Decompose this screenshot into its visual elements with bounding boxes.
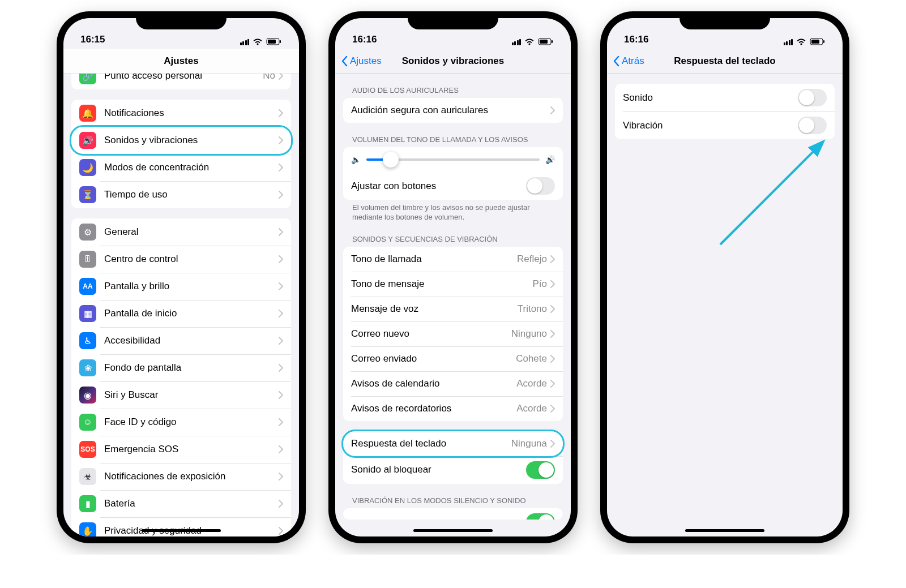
adjust-buttons-toggle[interactable] <box>526 177 555 195</box>
cell-label: Face ID y código <box>104 417 279 428</box>
sound-row[interactable]: Avisos de recordatorios Acorde <box>343 396 563 421</box>
settings-row[interactable]: ❀ Fondo de pantalla <box>71 354 291 381</box>
cell-label: Ajustar con botones <box>351 181 526 192</box>
home-indicator[interactable] <box>413 529 493 532</box>
sound-row[interactable]: Tono de mensaje Pío <box>343 272 563 297</box>
cell-label: Modos de concentración <box>104 162 279 173</box>
chevron-right-icon <box>279 418 283 426</box>
cell-label: Correo enviado <box>351 353 516 364</box>
volume-footer: El volumen del timbre y los avisos no se… <box>343 200 563 222</box>
section-header-volume: VOLUMEN DEL TONO DE LLAMADA Y LOS AVISOS <box>343 123 563 147</box>
partial-toggle[interactable] <box>526 513 555 520</box>
settings-row[interactable]: 🌙 Modos de concentración <box>71 154 291 181</box>
aa-icon: AA <box>79 278 96 295</box>
chevron-right-icon <box>279 527 283 535</box>
speaker-low-icon: 🔈 <box>351 155 361 164</box>
settings-row[interactable]: 🔊 Sonidos y vibraciones <box>71 127 291 154</box>
settings-row[interactable]: ◉ Siri y Buscar <box>71 381 291 409</box>
phone-settings-root: 16:15 Ajustes 🔗 Punto acceso personal No… <box>57 11 306 543</box>
phone-keyboard-response: 16:16 Atrás Respuesta del teclado Sonido… <box>600 11 849 543</box>
status-time: 16:16 <box>624 34 648 45</box>
toggle-row[interactable]: Sonido <box>615 84 835 111</box>
partial-row[interactable] <box>343 508 563 520</box>
back-label: Atrás <box>622 55 644 67</box>
home-indicator[interactable] <box>142 529 221 532</box>
cell-label: Sonido <box>623 92 798 104</box>
cell-label: Mensaje de voz <box>351 303 518 315</box>
chevron-right-icon <box>550 380 555 388</box>
home-indicator[interactable] <box>685 529 764 532</box>
bell-icon: 🔔 <box>79 105 96 122</box>
section-header-vibration: VIBRACIÓN EN LOS MODOS SILENCIO Y SONIDO <box>343 484 563 508</box>
cell-label: Respuesta del teclado <box>351 438 511 449</box>
settings-row[interactable]: ✋ Privacidad y seguridad <box>71 517 291 537</box>
cell-label: Pantalla de inicio <box>104 308 279 319</box>
sos-icon: SOS <box>79 441 96 458</box>
settings-row[interactable]: ▦ Pantalla de inicio <box>71 300 291 327</box>
sound-row[interactable]: Mensaje de voz Tritono <box>343 297 563 321</box>
notch <box>680 11 770 29</box>
keyboard-response-row[interactable]: Respuesta del teclado Ninguna <box>343 431 563 456</box>
cell-label: Avisos de calendario <box>351 378 516 389</box>
cell-label: Notificaciones <box>104 108 279 119</box>
link-icon: 🔗 <box>79 74 96 84</box>
cell-label: Punto acceso personal <box>104 74 263 81</box>
toggle[interactable] <box>798 89 827 106</box>
settings-row[interactable]: ☺ Face ID y código <box>71 409 291 436</box>
chevron-right-icon <box>279 255 283 263</box>
chevron-right-icon <box>279 473 283 480</box>
navbar: Atrás Respuesta del teclado <box>607 49 843 74</box>
chevron-right-icon <box>279 164 283 171</box>
settings-row[interactable]: ⏳ Tiempo de uso <box>71 181 291 208</box>
settings-row[interactable]: 🔔 Notificaciones <box>71 100 291 127</box>
settings-row[interactable]: ☣ Notificaciones de exposición <box>71 463 291 490</box>
wifi-icon <box>253 38 263 45</box>
svg-rect-4 <box>540 40 548 44</box>
chevron-right-icon <box>279 445 283 453</box>
chevron-right-icon <box>279 191 283 199</box>
sound-row[interactable]: Avisos de calendario Acorde <box>343 371 563 396</box>
settings-row[interactable]: 🔗 Punto acceso personal No <box>71 74 291 89</box>
settings-row[interactable]: ⚙︎ General <box>71 218 291 246</box>
chevron-right-icon <box>550 440 555 448</box>
grid-icon: ▦ <box>79 305 96 322</box>
settings-row[interactable]: 🎚 Centro de control <box>71 246 291 273</box>
wifi-icon <box>796 38 806 45</box>
cell-value: No <box>263 74 275 81</box>
back-label: Ajustes <box>350 55 382 67</box>
navbar: Ajustes Sonidos y vibraciones <box>335 49 571 74</box>
faceid-icon: ☺ <box>79 414 96 431</box>
cell-label: Sonidos y vibraciones <box>104 135 279 146</box>
adjust-buttons-row[interactable]: Ajustar con botones <box>343 172 563 200</box>
toggle-row[interactable]: Vibración <box>615 111 835 139</box>
back-button[interactable]: Ajustes <box>341 55 382 67</box>
sound-row[interactable]: Tono de llamada Reflejo <box>343 247 563 272</box>
chevron-right-icon <box>550 280 555 288</box>
cell-label: Batería <box>104 498 279 509</box>
headphone-safety-row[interactable]: Audición segura con auriculares <box>343 98 563 123</box>
toggle[interactable] <box>798 117 827 134</box>
battery-icon <box>538 38 554 45</box>
settings-row[interactable]: ▮ Batería <box>71 490 291 517</box>
cell-value: Pío <box>532 278 547 290</box>
settings-row[interactable]: ♿︎ Accesibilidad <box>71 327 291 354</box>
cell-label: Audición segura con auriculares <box>351 105 550 116</box>
lock-sound-row[interactable]: Sonido al bloquear <box>343 456 563 484</box>
cell-label: Centro de control <box>104 254 279 265</box>
page-title: Sonidos y vibraciones <box>402 55 504 67</box>
svg-rect-8 <box>823 40 824 43</box>
chevron-right-icon <box>550 405 555 413</box>
lock-sound-toggle[interactable] <box>526 461 555 479</box>
sound-row[interactable]: Correo enviado Cohete <box>343 346 563 371</box>
hourglass-icon: ⏳ <box>79 186 96 203</box>
gear-icon: ⚙︎ <box>79 224 96 241</box>
volume-slider[interactable] <box>366 158 540 161</box>
section-header-audio: AUDIO DE LOS AURICULARES <box>343 74 563 98</box>
settings-row[interactable]: SOS Emergencia SOS <box>71 436 291 463</box>
settings-row[interactable]: AA Pantalla y brillo <box>71 273 291 300</box>
back-button[interactable]: Atrás <box>613 55 644 67</box>
volume-slider-row[interactable]: 🔈 🔊 <box>343 147 563 172</box>
cell-label: Vibración <box>623 120 798 131</box>
sound-row[interactable]: Correo nuevo Ninguno <box>343 321 563 346</box>
flower-icon: ❀ <box>79 359 96 376</box>
